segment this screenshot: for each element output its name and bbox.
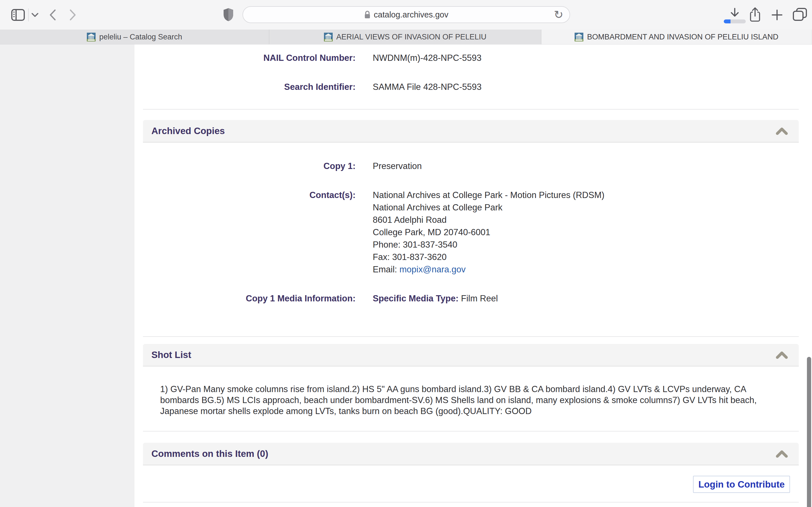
scrollbar-thumb[interactable]	[807, 357, 811, 507]
sidebar-toggle-icon	[11, 9, 25, 21]
section-title: Archived Copies	[151, 126, 225, 136]
field-value: SAMMA File 428-NPC-5593	[373, 81, 481, 93]
tab-title: AERIAL VIEWS OF INVASION OF PELELIU	[336, 33, 487, 41]
back-button[interactable]	[47, 8, 59, 21]
chevron-up-icon	[776, 128, 788, 135]
shield-icon	[223, 8, 234, 22]
contact-email-line: Email: mopix@nara.gov	[373, 263, 605, 276]
field-value: NWDNM(m)-428-NPC-5593	[373, 52, 481, 64]
comments-header: Comments on this Item (0)	[143, 443, 799, 465]
tab-overview-button[interactable]	[791, 7, 809, 22]
privacy-report-button[interactable]	[221, 7, 235, 22]
contact-line: Phone: 301-837-3540	[373, 238, 605, 251]
share-button[interactable]	[747, 6, 763, 23]
contacts-row: Contact(s): National Archives at College…	[143, 189, 799, 276]
chevron-up-icon	[776, 351, 788, 359]
new-tab-button[interactable]	[769, 8, 785, 22]
forward-button[interactable]	[66, 8, 79, 21]
chevron-right-icon	[69, 9, 76, 20]
national-archives-favicon	[87, 33, 96, 41]
email-prefix: Email:	[373, 265, 400, 274]
copy-1-row: Copy 1: Preservation	[143, 160, 799, 172]
field-value: Specific Media Type: Film Reel	[373, 292, 498, 305]
email-link[interactable]: mopix@nara.gov	[400, 265, 466, 274]
nail-control-number-row: NAIL Control Number: NWDNM(m)-428-NPC-55…	[143, 52, 799, 64]
shot-list-text: 1) GV-Pan Many smoke columns rise from i…	[160, 384, 782, 416]
tab-bombardment-and-invasion-of-peleliu-island[interactable]: BOMBARDMENT AND INVASION OF PELELIU ISLA…	[541, 30, 812, 44]
contact-address: National Archives at College Park - Moti…	[373, 189, 605, 276]
national-archives-favicon	[324, 33, 333, 41]
copy-1-media-information-row: Copy 1 Media Information: Specific Media…	[143, 292, 799, 305]
archived-copies-collapse-button[interactable]	[775, 125, 789, 137]
sidebar-toggle-button[interactable]	[11, 8, 26, 21]
card-divider	[143, 109, 799, 110]
login-to-contribute-button[interactable]: Login to Contribute	[693, 476, 790, 493]
address-bar[interactable]: catalog.archives.gov ↻	[243, 6, 570, 23]
national-archives-favicon	[574, 33, 583, 41]
contact-line: Fax: 301-837-3620	[373, 251, 605, 263]
tab-peleliu-catalog-search[interactable]: peleliu – Catalog Search	[0, 30, 269, 44]
section-title: Shot List	[151, 349, 191, 360]
comments-collapse-button[interactable]	[775, 448, 789, 460]
shot-list-header: Shot List	[143, 344, 799, 367]
download-progress-bar	[724, 19, 746, 23]
browser-window: catalog.archives.gov ↻	[0, 0, 812, 507]
contact-line: 8601 Adelphi Road	[373, 214, 605, 226]
tabs-icon	[792, 7, 808, 22]
plus-icon	[771, 9, 783, 20]
contact-line: National Archives at College Park	[373, 202, 605, 214]
field-label: Contact(s):	[143, 189, 356, 202]
page-left-rail	[0, 45, 135, 507]
tab-title: peleliu – Catalog Search	[99, 33, 182, 41]
media-type-key: Specific Media Type:	[373, 293, 458, 303]
card-divider	[143, 502, 799, 503]
browser-toolbar: catalog.archives.gov ↻	[0, 0, 812, 30]
toolbar-divider	[28, 8, 29, 21]
archived-copies-header: Archived Copies	[143, 120, 799, 143]
sidebar-menu-button[interactable]	[30, 11, 40, 19]
downloads-button[interactable]	[727, 7, 743, 19]
tab-aerial-views-of-invasion-of-peleliu[interactable]: AERIAL VIEWS OF INVASION OF PELELIU	[269, 30, 541, 44]
tab-bar: peleliu – Catalog Search AERIAL VIEWS OF…	[0, 30, 812, 45]
search-identifier-row: Search Identifier: SAMMA File 428-NPC-55…	[143, 81, 799, 93]
media-type-value: Film Reel	[461, 293, 498, 303]
card-divider	[143, 336, 799, 337]
address-url: catalog.archives.gov	[374, 10, 448, 19]
field-value: Preservation	[373, 160, 422, 172]
field-label: NAIL Control Number:	[143, 52, 356, 64]
download-progress-fill	[724, 19, 730, 23]
chevron-up-icon	[776, 450, 788, 458]
download-icon	[730, 8, 740, 18]
card-divider	[143, 431, 799, 432]
contact-line: College Park, MD 20740-6001	[373, 226, 605, 238]
field-label: Copy 1 Media Information:	[143, 292, 356, 305]
field-label: Copy 1:	[143, 160, 356, 172]
field-label: Search Identifier:	[143, 81, 356, 93]
chevron-left-icon	[49, 9, 56, 20]
chevron-down-icon	[31, 13, 39, 17]
lock-icon	[364, 10, 370, 19]
tab-title: BOMBARDMENT AND INVASION OF PELELIU ISLA…	[587, 33, 778, 41]
contact-line: National Archives at College Park - Moti…	[373, 189, 605, 202]
shot-list-collapse-button[interactable]	[775, 349, 789, 361]
reload-button[interactable]: ↻	[552, 8, 565, 21]
reload-icon: ↻	[554, 8, 563, 21]
section-title: Comments on this Item (0)	[151, 448, 268, 459]
share-icon	[749, 7, 761, 22]
catalog-item-page: NAIL Control Number: NWDNM(m)-428-NPC-55…	[0, 45, 812, 507]
